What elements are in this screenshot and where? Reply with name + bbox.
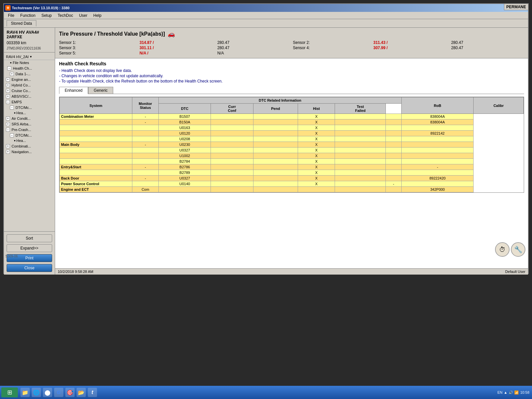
tree-data1[interactable]: + Data 1-... [8, 71, 55, 77]
tree-abs[interactable]: + ABS/VSC/... [4, 93, 55, 99]
table-row: Combination Meter-B1507X838004A [60, 114, 524, 119]
tree-srs[interactable]: + SRS Airba... [4, 121, 55, 127]
tree-dtcmc2[interactable]: − DTC/Mc... [8, 132, 55, 138]
tree-dtcmc1[interactable]: − DTC/Mc... [8, 105, 55, 110]
tree-hybrid[interactable]: + Hybrid Co... [4, 82, 55, 88]
dtc-table: System MonitorStatus DTC Related Informa… [59, 97, 524, 192]
taskbar-folder-icon[interactable]: 📂 [77, 388, 86, 397]
tree-expander6[interactable]: + [6, 94, 10, 98]
sort-button[interactable]: Sort [7, 234, 52, 242]
tree-expander8[interactable]: − [10, 106, 14, 110]
stored-data-tab[interactable]: Stored Data [7, 20, 36, 26]
vehicle-dropdown[interactable]: RAV4 HV_2AI [6, 55, 29, 59]
tree-expander12[interactable]: − [10, 133, 14, 137]
tree-expander9[interactable]: + [6, 116, 10, 120]
sensor5-label: Sensor 5: [59, 51, 137, 55]
col-pend: Pend [253, 104, 298, 114]
tree-expander3[interactable]: + [6, 78, 10, 82]
tree-aircond[interactable]: + Air Condit... [4, 116, 55, 121]
menu-function[interactable]: Function [17, 13, 38, 18]
taskbar-t-icon[interactable]: t [88, 388, 97, 397]
title-bar: ⚙ Techstream (Ver 13.10.019) : 3380 [4, 4, 528, 12]
col-curr-conf: CurrConf [211, 104, 253, 114]
tree-health-check[interactable]: − Health Ch... [4, 65, 55, 71]
table-row: U0327X [60, 148, 524, 153]
dtc-gauge-icon: ⏱ [495, 242, 510, 257]
table-row: U0208X [60, 136, 524, 142]
taskbar-files-icon[interactable]: 📁 [20, 388, 30, 397]
tree-expander13[interactable]: + [6, 144, 10, 148]
sensor1-value: 314.87 / [140, 40, 215, 45]
expand-button[interactable]: Expand>> [7, 244, 52, 252]
tray-arrow: ▲ [504, 390, 508, 394]
sensor2-value: 311.43 / [373, 40, 449, 45]
health-check-section: Health Check Results - Health Check does… [55, 58, 528, 268]
clock: 10:58 [520, 390, 529, 394]
tree-expander[interactable]: − [7, 66, 11, 70]
vehicle-model: RAV4 HV AVA4# [7, 30, 52, 35]
table-row: Engine and ECTCom342P000 [60, 187, 524, 192]
tree-cruise[interactable]: + Cruise Co... [4, 88, 55, 93]
start-button[interactable]: ⊞ [1, 387, 18, 397]
menu-file[interactable]: File [5, 13, 17, 18]
tree-expander10[interactable]: + [6, 122, 10, 126]
health-note2: - Changes in vehicle condition will not … [59, 74, 524, 78]
health-note3: - To update Health Check, click the Refr… [59, 79, 524, 83]
table-row: U1002X [60, 153, 524, 159]
car-icon: 🚗 [168, 30, 175, 38]
sidebar: RAV4 HV AVA4# 2ARFXE 003359 km JTMDJREV2… [4, 28, 55, 275]
tree-hea2[interactable]: ● Hea... [12, 138, 55, 143]
tray-icons: 🔊 📶 [509, 390, 519, 395]
health-check-title: Health Check Results [59, 61, 524, 66]
tab-generic[interactable]: Generic [88, 87, 113, 94]
tree-expander5[interactable]: + [6, 89, 10, 93]
dtc-table-container: System MonitorStatus DTC Related Informa… [59, 97, 524, 193]
default-user: Default User [505, 270, 525, 274]
taskbar-g-icon[interactable]: G [54, 388, 63, 397]
table-row: Entry&Start-B2786X- [60, 164, 524, 170]
menu-bar: File Function Setup TechDoc User Help [4, 12, 528, 19]
table-row: -B150AX838004A [60, 119, 524, 125]
table-row: B2784X [60, 159, 524, 164]
menu-techdoc[interactable]: TechDoc [55, 13, 76, 18]
tree-engine[interactable]: + Engine an... [4, 77, 55, 82]
table-row: U0163X [60, 125, 524, 131]
lang-indicator: EN [497, 390, 502, 394]
tree-expander7[interactable]: − [6, 100, 10, 104]
tab-enhanced[interactable]: Enhanced [59, 87, 88, 94]
taskbar-browser-icon[interactable]: 🌐 [32, 388, 41, 397]
tree-file-notes[interactable]: ● File Notes [4, 60, 55, 65]
tree-precrash[interactable]: − Pre-Crash... [4, 127, 55, 132]
col-system: System [60, 97, 132, 114]
taskbar-circle-icon[interactable]: 🎯 [65, 388, 75, 397]
col-calibr: Calibr [474, 97, 524, 114]
timestamp: 10/2/2018 9:58:28 AM [58, 270, 93, 274]
menu-setup[interactable]: Setup [39, 13, 54, 18]
tree-expander11[interactable]: − [6, 128, 10, 132]
sensor3-threshold: 280.47 [217, 46, 290, 50]
tree-expander14[interactable]: + [6, 150, 10, 154]
content-header: Tire Pressure / Threshold Value [kPa(abs… [55, 28, 528, 58]
wrench-icon: 🔧 [511, 242, 525, 257]
col-test-failed: TestFailed [335, 104, 386, 114]
tree-combinati[interactable]: + Combinati... [4, 143, 55, 149]
content-area: Tire Pressure / Threshold Value [kPa(abs… [55, 28, 528, 275]
sensor4-threshold: 280.47 [451, 46, 524, 50]
tree-navigation[interactable]: + Navigation... [4, 149, 55, 154]
sensor5-value: N/A / [140, 51, 215, 55]
tree-emps[interactable]: − EMPS [4, 99, 55, 105]
main-area: RAV4 HV AVA4# 2ARFXE 003359 km JTMDJREV2… [4, 28, 528, 275]
taskbar-chrome-icon[interactable]: ⬤ [43, 388, 52, 397]
tree-view: RAV4 HV_2AI ▼ ● File Notes − Health Ch..… [4, 52, 55, 231]
tree-expander2[interactable]: + [10, 72, 14, 76]
status-bar: 10/2/2018 9:58:28 AM Default User [55, 268, 528, 275]
tree-expander4[interactable]: + [6, 83, 10, 87]
close-button[interactable]: Close [7, 264, 52, 272]
health-note1: - Health Check does not display live dat… [59, 68, 524, 73]
bottom-status-code: S309-06 [5, 254, 18, 258]
menu-help[interactable]: Help [91, 13, 104, 18]
menu-user[interactable]: User [76, 13, 90, 18]
table-row: Back Door-U0327X89222420 [60, 176, 524, 181]
sensor-grid: Sensor 1: 314.87 / 280.47 Sensor 2: 311.… [59, 40, 524, 55]
tree-hea1[interactable]: ● Hea... [12, 110, 55, 116]
